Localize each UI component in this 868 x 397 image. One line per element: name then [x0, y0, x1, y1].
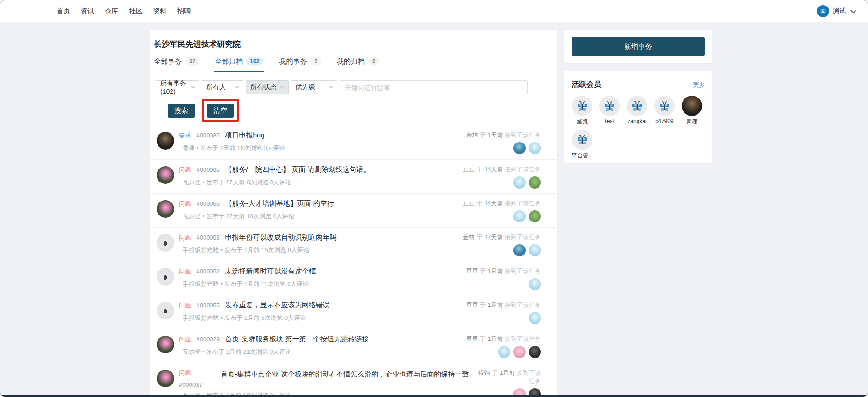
- issue-title[interactable]: 【服务/一院四中心】 页面 请删除划线这句话。: [225, 165, 371, 173]
- issue-type-tag: 问题: [179, 234, 191, 241]
- active-members-title: 活跃会员: [572, 80, 601, 90]
- issue-list: 需求 #000085 项目申报bug 青稞 • 发布于 2天前 16次浏览 0人…: [150, 125, 557, 397]
- issue-title[interactable]: 发布重复，显示不应该为网络错误: [225, 301, 330, 309]
- issue-row[interactable]: 问题 #000029 首页-集群服务板块 第一第二个按钮无跳转链接 瓦尔登 • …: [150, 329, 557, 363]
- issue-title[interactable]: 【服务-人才培训基地】页面 的空行: [225, 199, 334, 207]
- chevron-down-icon[interactable]: [850, 7, 856, 13]
- issue-id: #000055: [196, 302, 220, 309]
- member-item[interactable]: c47909: [654, 96, 675, 126]
- member-item[interactable]: test: [599, 96, 620, 126]
- nav-item-news[interactable]: 资讯: [80, 7, 94, 16]
- issue-row[interactable]: 问题 #000066 【服务-人才培训基地】页面 的空行 瓦尔登 • 发布于 2…: [150, 193, 557, 227]
- member-item[interactable]: 青稞: [681, 96, 703, 126]
- assignee-avatar[interactable]: [513, 142, 526, 154]
- author-avatar[interactable]: [157, 166, 174, 184]
- user-name: 测试: [833, 7, 846, 15]
- assignee-avatar[interactable]: [529, 278, 541, 290]
- tab-all-archived[interactable]: 全部归档 102: [215, 57, 263, 72]
- issue-type-tag: 需求: [179, 132, 191, 139]
- search-input[interactable]: [340, 80, 528, 94]
- issue-meta: 瓦尔登 • 发布于 27天前 10次浏览 0人评论: [179, 212, 463, 221]
- assignee-avatar[interactable]: [498, 346, 510, 358]
- issue-row[interactable]: 问题 #000053 申报年份可以改成自动识别近两年吗 手抓饭好难吃 • 发布于…: [150, 227, 557, 261]
- user-menu[interactable]: 国 测试: [817, 5, 856, 17]
- filter-dropdown-status[interactable]: 所有状态: [246, 80, 289, 94]
- issue-row[interactable]: 问题 #000055 发布重复，显示不应该为网络错误 手抓饭好难吃 • 发布于 …: [150, 295, 557, 329]
- dropdown-label: 所有状态: [250, 83, 276, 91]
- author-avatar[interactable]: [157, 200, 174, 218]
- member-avatar: [654, 96, 675, 116]
- member-item[interactable]: 平台管...: [572, 130, 593, 160]
- author-avatar[interactable]: [157, 132, 174, 150]
- assigned-time: 1天前: [487, 131, 503, 138]
- author-avatar[interactable]: [157, 268, 174, 286]
- nav-item-recruit[interactable]: 招聘: [177, 7, 191, 16]
- issue-type-tag: 问题: [179, 302, 191, 309]
- members-grid: 臧凯 test: [572, 96, 705, 160]
- issue-row[interactable]: 需求 #000085 项目申报bug 青稞 • 发布于 2天前 16次浏览 0人…: [150, 125, 557, 159]
- issue-title[interactable]: 申报年份可以改成自动识别近两年吗: [225, 233, 337, 241]
- member-name: c47909: [654, 118, 675, 124]
- assignee-avatar[interactable]: [529, 244, 541, 256]
- assignee-avatar[interactable]: [513, 346, 526, 358]
- tab-my-archived[interactable]: 我的归档 0: [337, 57, 379, 72]
- issue-type-tag: 问题: [179, 200, 191, 207]
- assignee-avatar[interactable]: [513, 176, 526, 189]
- tab-my-issues[interactable]: 我的事务 2: [279, 57, 321, 72]
- issue-row[interactable]: 问题 #000037 首页-集群重点企业 这个板块的滑动看不懂怎么滑的，企业也请…: [150, 363, 557, 397]
- issue-title[interactable]: 首页-集群重点企业 这个板块的滑动看不懂怎么滑的，企业也请与后面的保持一致: [221, 369, 476, 388]
- filter-dropdown-issue-type[interactable]: 所有事务(102): [156, 80, 199, 94]
- issue-id: #000065: [196, 166, 220, 173]
- assignee-avatar[interactable]: [529, 176, 541, 189]
- filter-dropdown-priority[interactable]: 优先级: [291, 80, 337, 94]
- assignee-avatar[interactable]: [529, 346, 541, 358]
- issue-id: #000085: [196, 132, 220, 139]
- assigned-time: 1月前: [487, 335, 503, 342]
- dropdown-label: 所有人: [206, 83, 226, 91]
- issue-id: #000066: [196, 200, 220, 207]
- more-link[interactable]: 更多: [693, 81, 705, 89]
- tab-label: 我的事务: [279, 57, 307, 66]
- assignee-name: 金桔: [463, 234, 475, 241]
- new-issue-button[interactable]: 新增事务: [572, 37, 705, 56]
- author-avatar[interactable]: [157, 336, 174, 353]
- issue-title[interactable]: 首页-集群服务板块 第一第二个按钮无跳转链接: [225, 335, 369, 343]
- issue-row[interactable]: 问题 #000065 【服务/一院四中心】 页面 请删除划线这句话。 瓦尔登 •…: [150, 159, 557, 193]
- nav-item-community[interactable]: 社区: [129, 7, 143, 16]
- search-button[interactable]: 搜索: [168, 104, 195, 118]
- assignee-avatar[interactable]: [529, 142, 541, 154]
- clear-button[interactable]: 清空: [207, 104, 234, 118]
- assignee-avatar[interactable]: [513, 244, 526, 256]
- assignee-avatar[interactable]: [513, 210, 526, 222]
- chevron-down-icon: [235, 84, 240, 88]
- member-name: zangkai: [626, 118, 648, 124]
- assignee-name: 豆豆: [463, 200, 475, 207]
- author-avatar[interactable]: [157, 234, 174, 252]
- issue-title[interactable]: 项目申报bug: [225, 131, 265, 139]
- assignee-avatar[interactable]: [529, 388, 541, 397]
- assignee-avatar[interactable]: [529, 210, 541, 222]
- member-item[interactable]: zangkai: [626, 96, 648, 126]
- nav-item-repository[interactable]: 仓库: [105, 7, 118, 16]
- assigned-info: 豆豆 于 1月前 接到了该任务: [466, 335, 541, 343]
- assigned-time: 17天前: [484, 234, 503, 241]
- filter-bar: 所有事务(102) 所有人 所有状态 优先级: [156, 80, 557, 94]
- nav-item-materials[interactable]: 资料: [153, 7, 167, 16]
- user-avatar[interactable]: 国: [817, 5, 829, 17]
- page-title: 长沙军民先进技术研究院: [154, 39, 557, 50]
- nav-item-home[interactable]: 首页: [56, 7, 70, 16]
- issue-type-tag: 问题: [179, 369, 215, 377]
- assignee-avatar[interactable]: [513, 388, 526, 397]
- issue-title[interactable]: 未选择新闻时可以没有这个框: [225, 267, 316, 275]
- butterfly-icon: [603, 99, 616, 112]
- assignee-avatars: [466, 312, 541, 324]
- filter-dropdown-people[interactable]: 所有人: [202, 80, 243, 94]
- member-item[interactable]: 臧凯: [572, 96, 593, 126]
- assignee-avatars: [466, 142, 541, 154]
- assignee-avatar[interactable]: [529, 312, 541, 324]
- tab-all-issues[interactable]: 全部事务 37: [154, 57, 199, 72]
- page-content: 长沙军民先进技术研究院 全部事务 37 全部归档 102 我的事务 2 我的归档…: [0, 23, 868, 397]
- author-avatar[interactable]: [157, 370, 174, 387]
- author-avatar[interactable]: [157, 302, 174, 319]
- issue-row[interactable]: 问题 #000052 未选择新闻时可以没有这个框 手抓饭好难吃 • 发布于 1月…: [150, 261, 557, 295]
